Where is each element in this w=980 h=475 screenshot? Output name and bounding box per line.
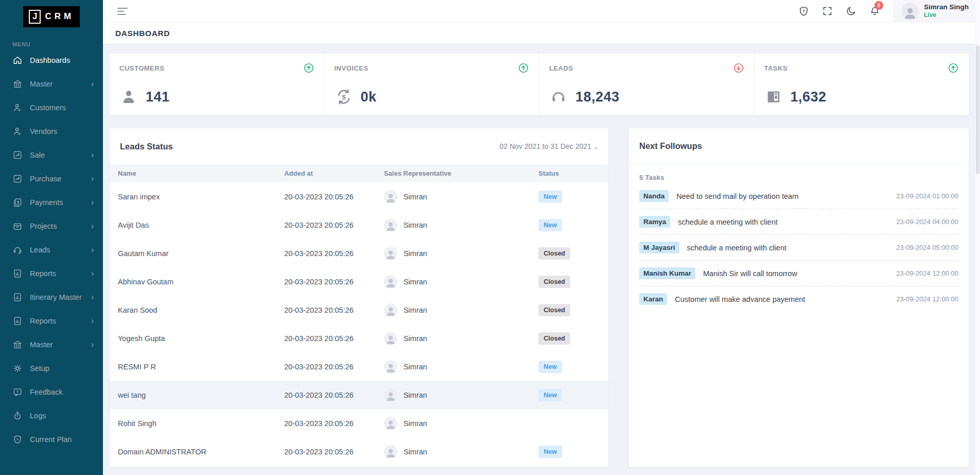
sidebar-item-reports-2[interactable]: Reports › [0, 309, 103, 333]
column-header-sales-rep: Sales Representative [384, 169, 538, 177]
sidebar-item-customers[interactable]: Customers [0, 96, 103, 120]
column-header-added-at: Added at [284, 169, 384, 177]
sidebar-item-sale[interactable]: Sale › [0, 143, 103, 167]
sidebar-item-reports[interactable]: Reports › [0, 262, 103, 285]
table-row: Yogesh Gupta 20-03-2023 20:05:26 Simran … [110, 324, 608, 352]
chevron-right-icon: › [91, 151, 94, 159]
followups-title: Next Followups [639, 141, 702, 151]
main-area: 0 Simran Singh Live DASHBOARD CUSTOMERS [103, 0, 980, 467]
rep-name: Simran [404, 221, 427, 229]
svg-text:$: $ [17, 200, 19, 205]
sidebar-item-vendors[interactable]: Vendors [0, 120, 103, 143]
dark-mode-button[interactable] [839, 0, 863, 23]
table-row: Avijit Das 20-03-2023 20:05:26 Simran Ne… [110, 211, 608, 239]
plan-shield-button[interactable] [792, 0, 816, 23]
report-icon [12, 268, 23, 279]
sidebar-item-label: Itinerary Master [30, 293, 91, 301]
table-row: wei tang 20-03-2023 20:05:26 Simran New [110, 381, 608, 409]
followup-time: 23-09-2024 04:00:00 [896, 218, 958, 226]
sidebar-item-label: Setup [30, 364, 94, 372]
lead-name: Karan Sood [110, 306, 284, 314]
report-icon [12, 292, 23, 302]
rep-name: Simran [404, 306, 427, 314]
user-status: Live [924, 11, 969, 19]
table-row: Gautam Kumar 20-03-2023 20:05:26 Simran … [110, 239, 608, 267]
followup-name-badge: Nanda [639, 190, 669, 202]
chevron-right-icon: › [91, 175, 94, 183]
fullscreen-button[interactable] [816, 0, 839, 23]
followup-time: 23-09-2024 01:00:00 [896, 192, 958, 200]
menu-section-label: MENU [0, 33, 103, 48]
sidebar-item-setup[interactable]: Setup [0, 357, 103, 380]
tasks-count: 5 Tasks [629, 164, 969, 183]
sidebar-item-purchase[interactable]: Purchase › [0, 167, 103, 191]
sidebar-item-label: Sale [30, 151, 91, 159]
rep-avatar [384, 303, 397, 317]
sidebar-item-master-2[interactable]: Master › [0, 333, 103, 357]
sidebar-item-itinerary-master[interactable]: Itinerary Master › [0, 285, 103, 309]
stat-tasks: TASKS 1,632 [755, 54, 969, 115]
sidebar-item-logs[interactable]: Logs [0, 404, 103, 428]
sidebar-item-label: Dashboards [30, 56, 94, 64]
date-range-dropdown[interactable]: 02 Nov 2021 to 31 Dec 2021⌄ [500, 142, 598, 150]
chevron-right-icon: › [91, 341, 94, 349]
sidebar-item-label: Projects [30, 222, 91, 230]
lead-name: Domain ADMINISTRATOR [110, 448, 284, 456]
sidebar: J CRM MENU Dashboards Master › Customers… [0, 0, 103, 475]
list-item: Karan Customer will make advance payemen… [639, 286, 958, 312]
followup-name-badge: M Jayasri [639, 242, 679, 253]
menu-toggle-icon[interactable] [115, 3, 130, 20]
lead-added-at: 20-03-2023 20:05:26 [284, 448, 384, 456]
lead-added-at: 20-03-2023 20:05:26 [284, 278, 384, 286]
status-badge: New [538, 219, 562, 231]
sidebar-item-projects[interactable]: Projects › [0, 214, 103, 238]
stat-value: 18,243 [575, 89, 620, 105]
rep-name: Simran [404, 249, 427, 258]
page-scrollbar[interactable] [975, 0, 980, 475]
rep-avatar [384, 218, 397, 232]
sidebar-item-dashboards[interactable]: Dashboards [0, 48, 103, 72]
lead-added-at: 20-03-2023 20:05:26 [284, 193, 384, 201]
content: CUSTOMERS 141 INVOICES $ [103, 44, 980, 467]
sidebar-item-payments[interactable]: $ Payments › [0, 191, 103, 214]
rep-avatar [384, 417, 397, 430]
invoices-icon: $ [335, 88, 353, 106]
table-row: Domain ADMINISTRATOR 20-03-2023 20:05:26… [110, 437, 608, 466]
invoice-icon: $ [12, 197, 23, 208]
scrollbar-thumb[interactable] [976, 45, 979, 174]
sidebar-item-master[interactable]: Master › [0, 72, 103, 96]
status-badge: Closed [538, 276, 570, 288]
table-row: Abhinav Goutam 20-03-2023 20:05:26 Simra… [110, 267, 608, 296]
headset-icon [12, 245, 23, 255]
app-logo[interactable]: J CRM [23, 6, 80, 27]
stats-card: CUSTOMERS 141 INVOICES $ [110, 54, 969, 115]
page-title-bar: DASHBOARD [103, 23, 980, 44]
timer-icon [12, 411, 23, 421]
lead-name: wei tang [110, 391, 284, 399]
leads-icon [549, 88, 568, 106]
moon-icon [846, 6, 856, 16]
followups-list: Nanda Need to send mail by operation tea… [629, 183, 969, 312]
stat-value: 141 [146, 89, 170, 105]
svg-text:$: $ [342, 93, 346, 101]
sidebar-item-leads[interactable]: Leads › [0, 238, 103, 262]
user-menu[interactable]: Simran Singh Live [893, 0, 980, 23]
notifications-button[interactable]: 0 [863, 0, 887, 23]
trend-down-icon [733, 62, 744, 74]
followup-name-badge: Ramya [639, 216, 670, 228]
trend-up-icon [518, 62, 529, 74]
chevron-down-icon: ⌄ [593, 144, 598, 150]
sidebar-item-current-plan[interactable]: Current Plan [0, 428, 103, 451]
fullscreen-icon [822, 6, 833, 16]
sidebar-item-feedback[interactable]: Feedback [0, 380, 103, 404]
sidebar-item-label: Master [30, 341, 91, 349]
followup-time: 23-09-2024 12:00:00 [896, 269, 958, 277]
bank-icon [12, 79, 23, 89]
stat-label: LEADS [549, 64, 573, 72]
leads-status-title: Leads Status [120, 142, 173, 151]
logo-j-mark: J [29, 10, 41, 24]
sidebar-item-label: Feedback [30, 388, 94, 396]
stat-invoices: INVOICES $ 0k [325, 54, 540, 115]
trend-up-icon [948, 62, 959, 74]
lead-name: Rohit Singh [110, 419, 284, 428]
